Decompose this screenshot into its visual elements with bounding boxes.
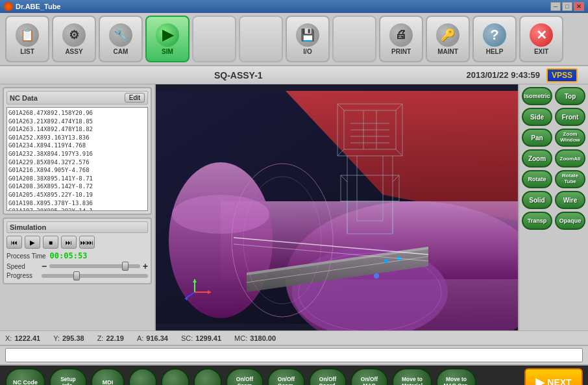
toolbar-blank1-button[interactable] bbox=[192, 16, 236, 62]
opaque-button[interactable]: Opaque bbox=[555, 212, 585, 230]
edit-button[interactable]: Edit bbox=[125, 93, 145, 103]
title-bar: Dr.ABE_Tube ─ □ ✕ bbox=[0, 0, 588, 13]
process-time-value: 00:05:53 bbox=[50, 251, 88, 260]
toolbar-exit-button[interactable]: ✕ EXIT bbox=[519, 16, 563, 62]
simulation-controls: ⏮ ▶ ■ ⏭ ⏭⏭ bbox=[6, 236, 148, 249]
side-button[interactable]: Side bbox=[522, 108, 552, 126]
blank-button-5[interactable] bbox=[161, 368, 190, 385]
3d-viewport[interactable] bbox=[156, 84, 518, 330]
next-arrow-icon: ▶ bbox=[535, 375, 545, 385]
toolbar-blank2-button[interactable] bbox=[239, 16, 283, 62]
help-label: HELP bbox=[486, 48, 504, 55]
on-off-coord-button[interactable]: On/OffCoord. bbox=[309, 368, 347, 385]
speed-slider-thumb[interactable] bbox=[122, 262, 129, 271]
toolbar-sim-button[interactable]: ▶ SIM bbox=[145, 16, 190, 62]
coordinate-status-bar: X: 1222.41 Y: 295.38 Z: 22.19 A: 916.34 … bbox=[0, 330, 588, 345]
nc-code-list[interactable]: G01A268.47X892.158Y20.96G01A263.21X892.4… bbox=[6, 107, 148, 211]
app-icon bbox=[4, 2, 13, 11]
svg-point-5 bbox=[172, 195, 269, 234]
right-panel: Isometric Top Side Front Pan ZoomWindow … bbox=[518, 84, 588, 330]
toolbar-help-button[interactable]: ? HELP bbox=[472, 16, 517, 62]
move-to-material-button[interactable]: Move toMaterial bbox=[392, 368, 432, 385]
maint-label: MAINT bbox=[437, 48, 458, 55]
nc-list-item: G01A205.45X895.22Y-10.19 bbox=[8, 191, 146, 199]
front-button[interactable]: Front bbox=[555, 108, 585, 126]
move-to-mac-button[interactable]: Move toMAC Org. bbox=[436, 368, 476, 385]
list-label: LIST bbox=[20, 48, 34, 55]
toolbar-io-button[interactable]: 💾 I/O bbox=[286, 16, 330, 62]
nc-data-section: NC Data Edit G01A268.47X892.158Y20.96G01… bbox=[3, 87, 152, 215]
toolbar-assy-button[interactable]: ⚙ ASSY bbox=[52, 16, 96, 62]
nc-list-item: G01A252.X893.163Y13.836 bbox=[8, 134, 146, 142]
on-off-mac-button[interactable]: On/OffMAC bbox=[350, 368, 388, 385]
sim-step-forward-button[interactable]: ⏭ bbox=[61, 236, 77, 249]
transp-button[interactable]: Transp bbox=[522, 212, 552, 230]
simulation-label: Simulation bbox=[10, 223, 46, 231]
isometric-button[interactable]: Isometric bbox=[522, 87, 552, 105]
setup-info-button[interactable]: SetupInfo. bbox=[49, 368, 87, 385]
mdi-button[interactable]: MDI bbox=[91, 368, 125, 385]
sim-fast-forward-button[interactable]: ⏭⏭ bbox=[79, 236, 95, 249]
next-button[interactable]: ▶ NEXT bbox=[524, 368, 583, 385]
toolbar-maint-button[interactable]: 🔑 MAINT bbox=[426, 16, 470, 62]
toolbar-cam-button[interactable]: 🔧 CAM bbox=[99, 16, 143, 62]
progress-slider-thumb[interactable] bbox=[73, 271, 80, 280]
rotate-tube-button[interactable]: RotateTube bbox=[555, 170, 585, 188]
zoom-zoomall-row: Zoom ZoomAll bbox=[522, 149, 585, 168]
sim-label: SIM bbox=[162, 48, 173, 55]
wire-button[interactable]: Wire bbox=[555, 191, 585, 209]
close-button[interactable]: ✕ bbox=[574, 2, 584, 11]
maint-icon: 🔑 bbox=[436, 23, 459, 47]
nc-list-item: G01A263.21X892.474Y18.85 bbox=[8, 118, 146, 126]
command-input[interactable] bbox=[5, 348, 583, 362]
pan-button[interactable]: Pan bbox=[522, 129, 552, 147]
x-value: 1222.41 bbox=[14, 334, 40, 342]
list-icon: 📋 bbox=[16, 23, 39, 47]
blank-button-6[interactable] bbox=[193, 368, 222, 385]
nc-data-title: NC Data Edit bbox=[6, 91, 148, 105]
speed-slider-row: Speed − + bbox=[6, 262, 148, 271]
minimize-button[interactable]: ─ bbox=[550, 2, 561, 11]
x-coord-item: X: 1222.41 bbox=[5, 334, 40, 342]
nc-code-button[interactable]: NC Code bbox=[5, 368, 45, 385]
assy-label: ASSY bbox=[65, 48, 82, 55]
on-off-seam-button[interactable]: On/OffSeam bbox=[226, 368, 263, 385]
simulation-title: Simulation bbox=[6, 221, 148, 233]
speed-plus-button[interactable]: + bbox=[143, 262, 148, 271]
header-bar: SQ-ASSY-1 2013/01/22 9:43:59 VPSS bbox=[0, 66, 588, 84]
nc-list-item: G01A198.X895.378Y-13.836 bbox=[8, 199, 146, 208]
blank-button-4[interactable] bbox=[129, 368, 157, 385]
cam-icon: 🔧 bbox=[109, 23, 132, 47]
solid-button[interactable]: Solid bbox=[522, 191, 552, 209]
io-label: I/O bbox=[303, 48, 312, 55]
nc-list-item: G01A263.14X892.478Y18.82 bbox=[8, 125, 146, 134]
mc-coord-item: MC: 3180.00 bbox=[234, 334, 276, 342]
z-label: Z: bbox=[97, 334, 104, 342]
svg-point-34 bbox=[384, 259, 388, 263]
nc-list-item: G01A268.47X892.158Y20.96 bbox=[8, 109, 146, 118]
sim-play-button[interactable]: ▶ bbox=[25, 236, 40, 249]
on-off-geom-button[interactable]: On/OffGeom. bbox=[267, 368, 305, 385]
speed-minus-button[interactable]: − bbox=[42, 262, 47, 271]
zoomall-button[interactable]: ZoomAll bbox=[555, 149, 585, 168]
z-value: 22.19 bbox=[106, 334, 124, 342]
toolbar-blank3-button[interactable] bbox=[332, 16, 376, 62]
progress-slider-track[interactable] bbox=[42, 274, 148, 278]
top-button[interactable]: Top bbox=[555, 87, 585, 105]
sim-stop-button[interactable]: ■ bbox=[43, 236, 58, 249]
sim-rewind-button[interactable]: ⏮ bbox=[6, 236, 22, 249]
print-icon: 🖨 bbox=[389, 23, 413, 47]
zoom-button[interactable]: Zoom bbox=[522, 149, 552, 168]
window-title: Dr.ABE_Tube bbox=[16, 3, 60, 10]
exit-label: EXIT bbox=[534, 48, 548, 55]
toolbar-list-button[interactable]: 📋 LIST bbox=[5, 16, 49, 62]
speed-slider-track[interactable] bbox=[49, 264, 140, 268]
svg-point-36 bbox=[374, 273, 379, 279]
maximize-button[interactable]: □ bbox=[562, 2, 572, 11]
sc-label: SC: bbox=[181, 334, 193, 342]
left-panel: NC Data Edit G01A268.47X892.158Y20.96G01… bbox=[0, 84, 156, 330]
toolbar-print-button[interactable]: 🖨 PRINT bbox=[379, 16, 423, 62]
rotate-button[interactable]: Rotate bbox=[522, 170, 552, 188]
zoom-window-button[interactable]: ZoomWindow bbox=[555, 129, 585, 147]
nc-list-item: G01A208.38X895.141Y-8.71 bbox=[8, 175, 146, 183]
